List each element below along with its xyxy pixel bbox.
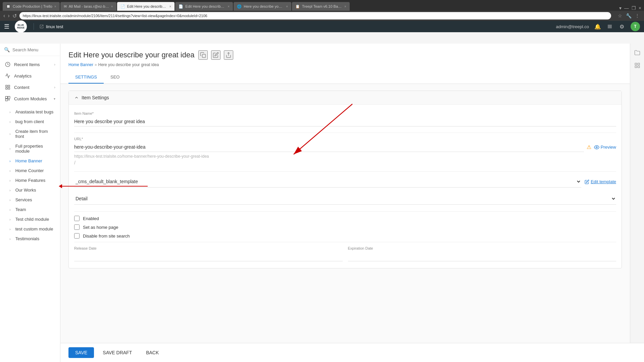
sidebar-sub-bug-from-client[interactable]: › bug from client xyxy=(0,117,60,126)
sidebar-sub-testimonials[interactable]: › Testimonials xyxy=(0,234,60,244)
user-avatar[interactable]: T xyxy=(631,22,640,31)
preview-link-label: Preview xyxy=(601,145,616,150)
svg-point-10 xyxy=(596,147,597,148)
sidebar-search-container: 🔍 xyxy=(0,44,60,56)
top-nav: ☰ BLUERIDGE linux test admin@treepl.co 🔔… xyxy=(0,21,644,32)
tab-title-1: Code Production | Trello xyxy=(13,4,52,8)
homepage-checkbox[interactable] xyxy=(74,224,80,230)
page-title: Edit Here you describe your great idea xyxy=(68,51,194,59)
preview-icon-btn[interactable] xyxy=(606,23,613,30)
detail-select[interactable]: Detail xyxy=(74,193,616,205)
sidebar-sub-create-item[interactable]: › Create item from front xyxy=(0,126,60,141)
sidebar-sub-home-counter[interactable]: › Home Counter xyxy=(0,166,60,175)
minimize-btn[interactable]: — xyxy=(624,5,629,11)
sub-arrow-7: › xyxy=(9,188,11,192)
app-logo: BLUERIDGE xyxy=(13,21,28,32)
settings-btn[interactable]: ⚙ xyxy=(618,23,625,30)
enabled-checkbox[interactable] xyxy=(74,216,80,221)
bookmark-btn[interactable]: ☆ xyxy=(616,12,623,19)
more-btn[interactable]: ⋮ xyxy=(634,12,641,19)
sub-item-label-4: Home Banner xyxy=(15,158,42,163)
sidebar-sub-test-child-module[interactable]: › Test child module xyxy=(0,214,60,224)
breadcrumb-parent-link[interactable]: Home Banner xyxy=(68,62,93,67)
sidebar-item-analytics-label: Analytics xyxy=(14,73,32,79)
share-btn[interactable] xyxy=(224,50,233,60)
back-nav-btn[interactable]: ‹ xyxy=(3,13,5,19)
svg-rect-8 xyxy=(202,54,206,58)
sidebar-sub-home-features[interactable]: › Home Features xyxy=(0,175,60,185)
sidebar-item-recent-items[interactable]: Recent Items › xyxy=(0,59,60,70)
site-selector[interactable]: linux test xyxy=(39,24,63,29)
page-tabs: SETTINGS SEO xyxy=(68,71,622,84)
close-btn[interactable]: × xyxy=(639,5,641,11)
preview-link[interactable]: Preview xyxy=(594,145,616,150)
sidebar-sub-services[interactable]: › Services xyxy=(0,195,60,205)
reload-btn[interactable]: ↺ xyxy=(12,13,17,19)
disable-search-checkbox[interactable] xyxy=(74,233,80,239)
search-input[interactable] xyxy=(12,47,56,52)
right-panel-btn-1[interactable] xyxy=(632,48,642,58)
tab-close-3[interactable]: × xyxy=(169,5,171,8)
tab-close-5[interactable]: × xyxy=(286,5,288,8)
tab-seo[interactable]: SEO xyxy=(104,71,126,84)
sidebar-item-content[interactable]: Content › xyxy=(0,82,60,93)
tab-close-2[interactable]: × xyxy=(111,5,113,8)
logo-image: BLUERIDGE xyxy=(15,20,27,33)
template-select[interactable]: _cms_default_blank_template xyxy=(74,176,581,188)
extensions-btn[interactable]: 🔧 xyxy=(625,12,632,19)
browser-tab-6[interactable]: 📋 Treepl Team v6.10 Backlog - Boa... × xyxy=(292,2,350,11)
breadcrumb: Home Banner » Here you describe your gre… xyxy=(68,62,622,67)
sidebar-sub-team[interactable]: › Team xyxy=(0,205,60,214)
url-input[interactable] xyxy=(74,142,584,152)
logo-text: BLUERIDGE xyxy=(17,24,24,29)
tab-close-4[interactable]: × xyxy=(228,5,230,8)
item-settings-header[interactable]: Item Settings xyxy=(69,91,622,105)
save-button[interactable]: SAVE xyxy=(68,347,94,358)
content-arrow: › xyxy=(54,85,55,89)
browser-tab-4[interactable]: 📄 Edit Here you describe your gre... × xyxy=(175,2,233,11)
sidebar-sub-full-properties[interactable]: › Full properties module xyxy=(0,141,60,156)
browser-url-bar[interactable]: https://linux-test.trialsite.co/admin/mo… xyxy=(19,12,611,19)
expiration-date-field: Expiration Date xyxy=(348,246,616,261)
notifications-btn[interactable]: 🔔 xyxy=(594,23,601,30)
forward-nav-btn[interactable]: › xyxy=(8,13,9,19)
expiration-date-input[interactable] xyxy=(348,252,616,261)
sidebar-sub-our-works[interactable]: › Our Works xyxy=(0,185,60,195)
nav-divider xyxy=(34,23,34,30)
browser-tab-2[interactable]: ✉ All Mail - taras.r@ez-bc.com - E... × xyxy=(60,2,116,11)
sidebar-item-custom-modules[interactable]: Custom Modules ▾ xyxy=(0,93,60,104)
tab-close-6[interactable]: × xyxy=(344,5,346,8)
right-panel-btn-2[interactable] xyxy=(632,60,642,70)
svg-rect-13 xyxy=(635,66,637,68)
home-page-checkbox-row: Set as home page xyxy=(74,224,616,230)
sidebar-sub-items: › Anastasia test bugs › bug from client … xyxy=(0,107,60,244)
browser-tab-5[interactable]: 🌐 Here you describe your great id... × xyxy=(234,2,291,11)
copy-btn[interactable] xyxy=(198,50,208,60)
restore-btn[interactable]: ❐ xyxy=(632,5,636,11)
item-name-label: Item Name* xyxy=(74,111,616,115)
sidebar-item-analytics[interactable]: Analytics xyxy=(0,70,60,82)
edit-template-link[interactable]: Edit template xyxy=(585,179,616,184)
save-draft-button[interactable]: SAVE DRAFT xyxy=(97,347,137,358)
item-name-input[interactable] xyxy=(74,117,616,126)
back-button[interactable]: BACK xyxy=(141,347,164,358)
sidebar-sub-anastasia-test-bugs[interactable]: › Anastasia test bugs xyxy=(0,107,60,117)
tabs-dropdown[interactable]: ▾ xyxy=(619,5,622,11)
main-wrapper: 🔍 Recent Items › Analytics xyxy=(0,44,644,362)
tab-icon-4: 📄 xyxy=(179,4,183,9)
release-date-input[interactable] xyxy=(74,252,343,261)
browser-tab-3[interactable]: 📄 Edit Here you describe your gre... × xyxy=(117,2,175,11)
browser-tab-1[interactable]: 🔲 Code Production | Trello × xyxy=(3,2,60,11)
hamburger-icon[interactable]: ☰ xyxy=(4,23,9,30)
tab-title-2: All Mail - taras.r@ez-bc.com - E... xyxy=(69,4,109,8)
sidebar-sub-test-custom-module[interactable]: › test custom module xyxy=(0,224,60,234)
sub-arrow-11: › xyxy=(9,227,11,231)
sidebar-sub-home-banner[interactable]: › Home Banner xyxy=(0,156,60,166)
tab-settings[interactable]: SETTINGS xyxy=(68,71,104,84)
edit-btn[interactable] xyxy=(211,50,220,60)
full-url-text: https://linux-test.trialsite.co/home-ban… xyxy=(74,154,616,159)
collapse-icon xyxy=(74,95,79,100)
tab-close-1[interactable]: × xyxy=(54,5,56,8)
sub-item-label-1: bug from client xyxy=(15,119,44,124)
svg-rect-6 xyxy=(8,96,10,98)
